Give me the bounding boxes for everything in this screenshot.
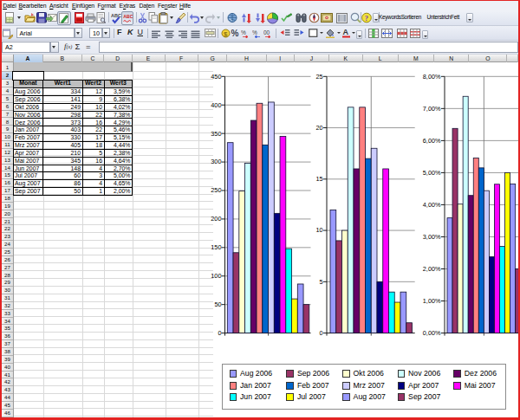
svg-text:450: 450 [211, 73, 221, 81]
svg-text:1,00%: 1,00% [423, 297, 441, 305]
svg-text:2,00%: 2,00% [423, 265, 441, 273]
svg-text:10: 10 [315, 226, 322, 234]
svg-text:0: 0 [218, 329, 221, 337]
svg-text:100: 100 [211, 272, 221, 280]
svg-text:8,00%: 8,00% [423, 73, 441, 81]
svg-text:3,00%: 3,00% [423, 233, 441, 241]
svg-text:200: 200 [211, 215, 221, 223]
svg-text:0,00%: 0,00% [423, 329, 441, 337]
svg-text:250: 250 [211, 186, 221, 194]
svg-text:5: 5 [319, 278, 322, 286]
svg-text:50: 50 [214, 300, 221, 308]
svg-text:0: 0 [319, 329, 322, 337]
svg-text:350: 350 [211, 130, 221, 138]
svg-text:150: 150 [211, 243, 221, 251]
svg-text:4,00%: 4,00% [423, 201, 441, 209]
svg-text:20: 20 [315, 124, 322, 132]
svg-text:5,00%: 5,00% [423, 169, 441, 177]
svg-text:25: 25 [315, 73, 322, 81]
svg-text:15: 15 [315, 175, 322, 183]
svg-text:300: 300 [211, 158, 221, 165]
svg-text:7,00%: 7,00% [423, 105, 441, 113]
svg-text:6,00%: 6,00% [423, 137, 441, 145]
svg-text:400: 400 [211, 101, 221, 109]
